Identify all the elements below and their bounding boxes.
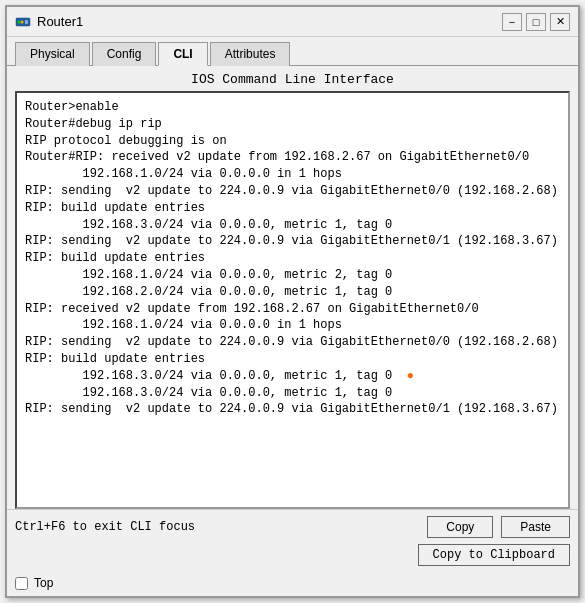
title-bar-controls: − □ ✕ <box>502 13 570 31</box>
paste-button[interactable]: Paste <box>501 516 570 538</box>
copy-button[interactable]: Copy <box>427 516 493 538</box>
tab-config[interactable]: Config <box>92 42 157 66</box>
close-button[interactable]: ✕ <box>550 13 570 31</box>
router-icon <box>15 14 31 30</box>
main-window: Router1 − □ ✕ Physical Config CLI Attrib… <box>5 5 580 598</box>
tab-bar: Physical Config CLI Attributes <box>7 37 578 66</box>
tab-cli[interactable]: CLI <box>158 42 207 66</box>
section-title: IOS Command Line Interface <box>7 66 578 91</box>
maximize-button[interactable]: □ <box>526 13 546 31</box>
cli-container: Router>enable Router#debug ip rip RIP pr… <box>15 91 570 509</box>
svg-point-1 <box>18 20 21 23</box>
svg-rect-3 <box>25 20 28 24</box>
cli-output[interactable]: Router>enable Router#debug ip rip RIP pr… <box>17 93 568 507</box>
tab-physical[interactable]: Physical <box>15 42 90 66</box>
bottom-bar: Ctrl+F6 to exit CLI focus Copy Paste <box>7 509 578 544</box>
minimize-button[interactable]: − <box>502 13 522 31</box>
ctrl-hint: Ctrl+F6 to exit CLI focus <box>15 520 419 534</box>
window-title: Router1 <box>37 14 83 29</box>
svg-point-2 <box>21 20 24 23</box>
top-checkbox-label: Top <box>34 576 53 590</box>
title-bar: Router1 − □ ✕ <box>7 7 578 37</box>
copy-clipboard-button[interactable]: Copy to Clipboard <box>418 544 570 566</box>
clipboard-bar: Copy to Clipboard <box>7 544 578 572</box>
tab-attributes[interactable]: Attributes <box>210 42 291 66</box>
top-checkbox[interactable] <box>15 577 28 590</box>
title-bar-left: Router1 <box>15 14 83 30</box>
checkbox-bar: Top <box>7 572 578 596</box>
